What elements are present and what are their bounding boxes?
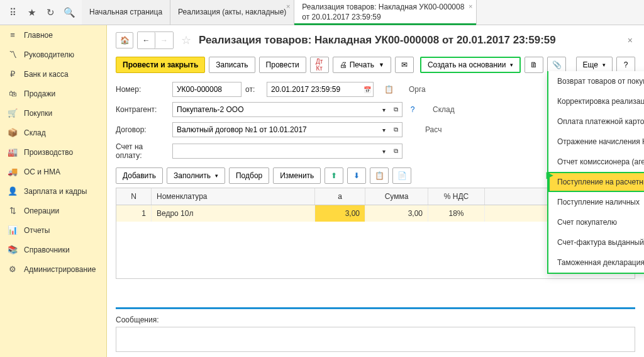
dropdown-button[interactable]: ▾ (377, 144, 390, 159)
sidebar-item-sales[interactable]: 🛍Продажи (0, 84, 106, 103)
messages-box[interactable] (116, 327, 635, 352)
dtkt-button[interactable]: ДтКт (310, 57, 329, 73)
tab-realization-list[interactable]: Реализация (акты, накладные) × (170, 0, 294, 25)
th-name[interactable]: Номенклатура (152, 188, 315, 205)
tab-close-icon[interactable]: × (469, 3, 472, 10)
counterparty-input[interactable] (172, 102, 377, 117)
related-button[interactable]: 🗎 (525, 57, 543, 73)
from-label: от: (245, 85, 263, 94)
status-icon[interactable]: 📋 (382, 83, 395, 96)
dd-item-invoice[interactable]: Счет покупателю (548, 212, 644, 232)
contract-input[interactable] (172, 122, 377, 137)
number-label: Номер: (116, 85, 169, 94)
date-input[interactable] (267, 82, 361, 97)
chart-icon: 〽 (8, 50, 18, 59)
sidebar-item-label: Производство (24, 148, 73, 157)
save-button[interactable]: Записать (209, 57, 255, 73)
sidebar-item-label: Справочники (24, 246, 70, 254)
th-vat[interactable]: % НДС (428, 188, 485, 205)
star-icon[interactable]: ★ (23, 4, 40, 21)
add-button[interactable]: Добавить (116, 167, 163, 184)
th-n[interactable]: N (116, 188, 152, 205)
post-button[interactable]: Провести (259, 57, 306, 73)
tab-close-icon[interactable]: × (286, 3, 290, 10)
sidebar-item-label: Операции (24, 207, 59, 215)
move-down-button[interactable]: ⬇ (347, 167, 366, 184)
dd-item-commission-report[interactable]: Отчет комиссионера (агента) о продажах (548, 152, 644, 172)
favorite-icon[interactable]: ☆ (181, 33, 191, 47)
home-button[interactable]: 🏠 (116, 32, 133, 48)
sidebar-item-label: Продажи (24, 89, 55, 98)
print-button[interactable]: 🖨Печать▼ (333, 57, 391, 73)
number-input[interactable] (172, 82, 242, 97)
paste-button[interactable]: 📄 (392, 167, 411, 184)
cell-sum: 3,00 (365, 205, 428, 222)
dropdown-button[interactable]: ▾ (377, 102, 390, 117)
open-button[interactable]: ⧉ (390, 122, 402, 137)
bag-icon: 🛍 (8, 89, 18, 98)
sidebar-item-production[interactable]: 🏭Производство (0, 142, 106, 162)
messages-label: Сообщения: (116, 313, 635, 327)
th-sum[interactable]: Сумма (365, 188, 428, 205)
open-button[interactable]: ⧉ (390, 102, 402, 117)
open-button[interactable]: ⧉ (390, 144, 402, 159)
truck-icon: 🚚 (8, 167, 18, 176)
box-icon: 📦 (8, 128, 18, 137)
envelope-icon: ✉ (401, 60, 408, 69)
close-button[interactable]: × (625, 33, 635, 48)
move-up-button[interactable]: ⬆ (325, 167, 343, 184)
chevron-down-icon: ▾ (215, 173, 218, 179)
dd-item-vat[interactable]: Отражение начисления НДС (548, 132, 644, 152)
paste-icon: 📄 (397, 171, 407, 180)
back-button[interactable]: ← (138, 32, 155, 48)
sidebar-item-warehouse[interactable]: 📦Склад (0, 123, 106, 142)
help-link[interactable]: ? (406, 103, 419, 116)
sidebar-item-operations[interactable]: ⇅Операции (0, 201, 106, 220)
edit-button[interactable]: Изменить (273, 167, 321, 184)
search-icon[interactable]: 🔍 (60, 4, 78, 21)
sidebar-item-label: Зарплата и кадры (24, 187, 87, 196)
paperclip-icon: 📎 (552, 60, 562, 69)
sidebar-item-admin[interactable]: ⚙Администрирование (0, 259, 106, 279)
sidebar-item-label: Отчеты (24, 226, 50, 235)
dd-item-cash-income[interactable]: Поступление наличных (548, 192, 644, 212)
copy-button[interactable]: 📋 (370, 167, 389, 184)
sidebar-item-purchases[interactable]: 🛒Покупки (0, 103, 106, 123)
dd-item-correction[interactable]: Корректировка реализации (548, 91, 644, 111)
transfer-icon: ⇅ (8, 206, 18, 215)
forward-button[interactable]: → (155, 32, 173, 48)
sidebar-item-catalogs[interactable]: 📚Справочники (0, 240, 106, 259)
email-button[interactable]: ✉ (395, 57, 414, 73)
dd-item-return[interactable]: Возврат товаров от покупателя (548, 71, 644, 91)
sidebar-item-reports[interactable]: 📊Отчеты (0, 220, 106, 240)
dropdown-button[interactable]: ▾ (377, 122, 390, 137)
tab-home[interactable]: Начальная страница (82, 0, 170, 25)
org-label-cut: Орга (409, 85, 428, 94)
dd-item-card-payment[interactable]: Оплата платежной картой (548, 111, 644, 132)
sidebar-item-assets[interactable]: 🚚ОС и НМА (0, 162, 106, 181)
dd-item-bank-income[interactable]: Поступление на расчетный счет (548, 172, 644, 192)
invoice-input[interactable] (172, 144, 377, 159)
sidebar-item-main[interactable]: ≡Главное (0, 25, 106, 45)
sidebar-item-manager[interactable]: 〽Руководителю (0, 45, 106, 64)
sidebar-item-bank[interactable]: ₽Банк и касса (0, 64, 106, 84)
dd-item-customs[interactable]: Таможенная декларация (экспорт) (548, 252, 644, 273)
fill-button[interactable]: Заполнить▾ (167, 167, 225, 184)
sidebar-item-label: Склад (24, 128, 46, 137)
dd-item-facture[interactable]: Счет-фактура выданный (548, 232, 644, 252)
create-based-dropdown: ▸ Возврат товаров от покупателя Корректи… (547, 71, 644, 274)
factory-icon: 🏭 (8, 147, 18, 157)
sidebar-item-salary[interactable]: 👤Зарплата и кадры (0, 181, 106, 201)
create-based-button[interactable]: Создать на основании▾ (420, 57, 521, 73)
contract-label: Договор: (116, 125, 169, 134)
topbar: ⠿ ★ ↻ 🔍 Начальная страница Реализация (а… (0, 0, 644, 25)
copy-icon: 📋 (375, 171, 384, 180)
tab-realization-doc[interactable]: Реализация товаров: Накладная УК00-00000… (294, 0, 477, 25)
apps-icon[interactable]: ⠿ (4, 4, 21, 21)
calendar-button[interactable]: 📅 (361, 82, 374, 97)
pick-button[interactable]: Подбор (229, 167, 269, 184)
history-icon[interactable]: ↻ (42, 4, 59, 21)
post-close-button[interactable]: Провести и закрыть (116, 57, 205, 73)
th-a[interactable]: а (315, 188, 365, 205)
dtkt-icon: ДтКт (316, 58, 323, 72)
